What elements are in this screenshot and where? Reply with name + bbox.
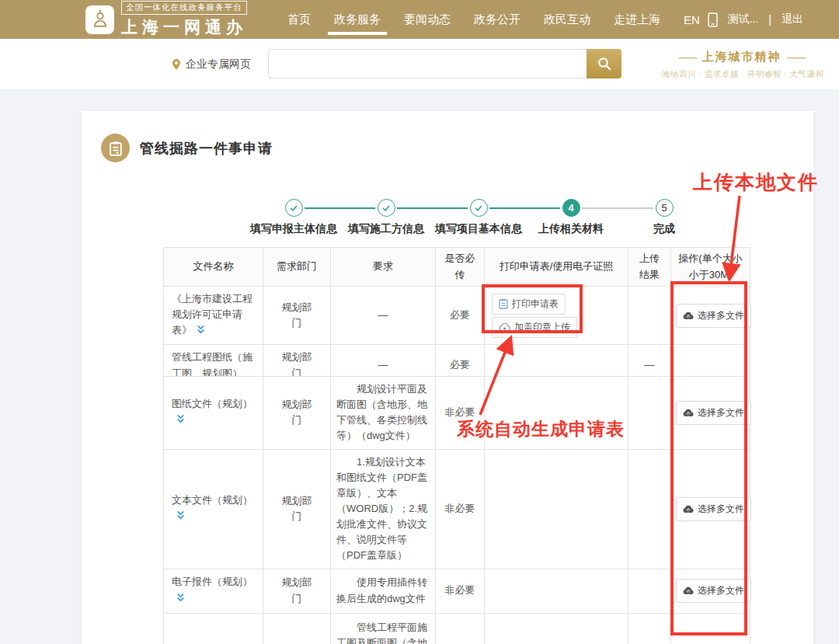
cloud-upload-icon [499,322,510,332]
table-row: 电子报件（规划） 规划部门 使用专用插件转换后生成的dwg文件 非必要 选择多文… [164,569,750,613]
page: 全国一体化在线政务服务平台 上海一网通办 首页 政务服务 要闻动态 政务公开 政… [0,0,839,644]
table-row: 图纸文件（施工图） 规划部门 管线工程平面施工图及断面图（含地形、地下管线、各类… [164,613,750,644]
nav-item-en[interactable]: EN [684,13,700,26]
step-2: 填写施工方信息 [336,199,437,236]
file-name: 图纸文件（规划） [172,398,252,409]
site-title: 上海一网通办 [121,16,247,38]
department-cell: 规划部门 [263,569,331,613]
search-button[interactable] [587,49,621,78]
department-cell: 规划部门 [263,287,331,345]
requirement-cell: 使用专用插件转换后生成的dwg文件 [331,569,436,613]
upload-result-cell [628,449,671,569]
spirit-dash-right: —— [788,51,805,63]
file-name: 电子报件（规划） [172,576,252,587]
requirement-cell: 1.规划设计文本和图纸文件（PDF盖章版）、文本（WORD版）；2.规划批准文件… [331,449,436,569]
chevron-double-down-icon[interactable] [176,415,186,426]
search-input[interactable] [268,49,587,78]
top-navbar: 全国一体化在线政务服务平台 上海一网通办 首页 政务服务 要闻动态 政务公开 政… [0,0,839,39]
upload-result-cell [628,287,671,345]
file-name-cell: 电子报件（规划） [164,569,263,613]
enterprise-portal-link[interactable]: 企业专属网页 [172,57,251,71]
action-cell: 选择多文件 [671,569,750,613]
print-application-button[interactable]: 打印申请表 [492,294,566,315]
table-row: 《上海市建设工程规划许可证申请表》 规划部门 — 必要 打印申请表 加盖印章上传… [164,287,750,345]
logout-link[interactable]: 退出 [782,12,803,26]
step-1: 填写申报主体信息 [243,199,344,236]
step-3-label: 填写项目基本信息 [428,222,529,236]
nav-item-home[interactable]: 首页 [287,12,311,27]
print-cell [485,449,628,569]
table-header-row: 文件名称 需求部门 要求 是否必传 打印申请表/使用电子证照 上传结果 操作(单… [164,248,750,287]
site-logo-text: 全国一体化在线政务服务平台 上海一网通办 [121,1,247,38]
file-name: 文本文件（规划） [172,494,252,506]
step-5-label: 完成 [614,222,715,236]
nav-item-gov-services[interactable]: 政务服务 [334,12,381,27]
nav-item-gov-affairs[interactable]: 政务公开 [474,12,520,27]
step-4-current: 4 上传相关材料 [520,199,621,236]
step-1-label: 填写申报主体信息 [243,222,344,236]
page-title: 管线掘路一件事申请 [140,139,273,158]
spirit-dash-left: —— [679,51,696,63]
file-name-cell: 文本文件（规划） [164,449,263,569]
chevron-double-down-icon[interactable] [196,325,206,337]
print-cell [485,613,628,644]
department-cell: 规划部门 [263,449,331,569]
nav-item-news[interactable]: 要闻动态 [404,12,451,27]
col-header-department: 需求部门 [263,248,331,287]
topbar-right: 测试... | 退出 [708,12,803,27]
choose-files-button[interactable]: 选择多文件 [676,579,751,603]
print-cell: 打印申请表 加盖印章上传 [485,287,628,345]
topbar-separator: | [768,13,771,26]
required-cell: 非必要 [436,569,485,613]
site-logo[interactable]: 全国一体化在线政务服务平台 上海一网通办 [85,1,247,38]
step-4-label: 上传相关材料 [520,222,621,236]
nav-item-interaction[interactable]: 政民互动 [544,12,590,27]
department-cell: 规划部门 [263,377,331,450]
col-header-file-name: 文件名称 [164,248,263,287]
choose-files-label: 选择多文件 [698,584,744,597]
upload-result-cell [628,613,671,644]
col-header-required: 是否必传 [436,248,485,287]
requirement-cell: 管线工程平面施工图及断面图（含地形、地下管线、各类控制线等）（dwg文件） [331,613,436,644]
location-pin-icon [172,58,181,71]
cloud-upload-icon [683,587,694,595]
mobile-phone-icon[interactable] [708,12,718,27]
step-4-number: 4 [562,199,580,217]
required-cell: 必要 [436,613,485,644]
materials-table-top: 文件名称 需求部门 要求 是否必传 打印申请表/使用电子证照 上传结果 操作(单… [163,247,750,387]
step-2-label: 填写施工方信息 [336,222,437,236]
file-name-cell: 《上海市建设工程规划许可证申请表》 [164,287,263,345]
stamp-upload-button[interactable]: 加盖印章上传 [492,317,577,338]
col-header-result: 上传结果 [628,248,671,287]
site-logo-icon [85,5,114,34]
cloud-upload-icon [683,505,694,513]
action-cell: 选择多文件 [671,287,750,345]
choose-files-button[interactable]: 选择多文件 [676,304,751,328]
choose-files-button[interactable]: 选择多文件 [676,401,751,425]
required-cell: 非必要 [436,449,485,569]
city-spirit-block: —— 上海城市精神 —— 海纳百川 · 追求卓越 · 开明睿智 · 大气谦和 [662,50,821,80]
required-cell: 必要 [436,287,485,345]
table-row: 文本文件（规划） 规划部门 1.规划设计文本和图纸文件（PDF盖章版）、文本（W… [164,449,750,569]
print-cell [485,569,628,613]
file-name: 《上海市建设工程规划许可证申请表》 [172,293,252,336]
chevron-double-down-icon[interactable] [176,511,186,523]
cloud-upload-icon [683,312,694,320]
file-name-cell: 图纸文件（施工图） [164,613,263,644]
nav-item-about-shanghai[interactable]: 走进上海 [614,12,660,27]
col-header-print: 打印申请表/使用电子证照 [485,248,628,287]
file-name-cell: 图纸文件（规划） [164,377,263,450]
chevron-double-down-icon[interactable] [176,594,186,605]
choose-files-button[interactable]: 选择多文件 [676,497,751,521]
department-cell: 规划部门 [263,613,331,644]
enterprise-portal-label: 企业专属网页 [186,57,251,71]
action-cell: 选择多文件 [671,613,750,644]
step-3-check-icon [470,199,488,217]
step-1-check-icon [285,199,303,217]
application-form-icon [101,134,130,162]
upload-result-cell [628,377,671,450]
user-name[interactable]: 测试... [728,12,759,26]
step-2-check-icon [378,199,395,217]
print-application-label: 打印申请表 [512,298,559,311]
main-nav: 首页 政务服务 要闻动态 政务公开 政民互动 走进上海 EN [287,12,700,27]
